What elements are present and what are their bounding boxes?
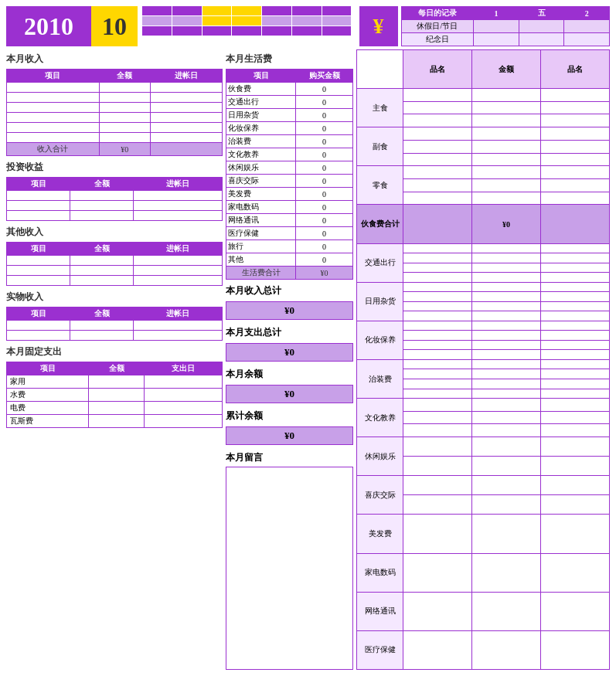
investment-table: 项目 全额 进帐日: [6, 177, 223, 221]
hg-17: [202, 26, 232, 36]
category-culture: 文化教养: [357, 399, 403, 437]
income-total-label: 收入合计: [7, 143, 100, 156]
hg-19: [262, 26, 291, 36]
category-medical: 医疗保健: [357, 630, 403, 669]
monthly-expense-total-label: 本月支出总计: [226, 326, 353, 339]
fix-row-3: 电费: [7, 402, 89, 415]
real-col-item: 项目: [7, 307, 70, 321]
monthly-balance-value: ¥0: [226, 385, 353, 403]
day1-header: 1: [474, 7, 519, 20]
hg-10: [202, 16, 232, 25]
day2-header: 五: [519, 7, 564, 20]
category-daily-goods: 日用杂货: [357, 282, 403, 321]
category-leisure: 休闲娱乐: [357, 437, 403, 476]
hg-7: [322, 6, 352, 15]
cumulative-balance-label: 累计余额: [226, 409, 353, 423]
page: 2010 10 ¥: [0, 0, 616, 676]
income-col-amount: 全额: [99, 70, 150, 83]
fix-col-item: 项目: [7, 362, 89, 375]
liv-col-item: 项目: [226, 70, 296, 83]
income-col-item: 项目: [7, 70, 100, 83]
holiday-d2: [519, 20, 564, 33]
income-table: 项目 全额 进帐日 收入合计 ¥0: [6, 69, 223, 156]
category-electronics: 家电数码: [357, 553, 403, 592]
yen-icon: ¥: [359, 6, 398, 46]
hg-21: [322, 26, 352, 36]
cumulative-balance-value: ¥0: [226, 426, 353, 445]
other-income-table: 项目 全额 进帐日: [6, 242, 223, 286]
hg-16: [172, 26, 202, 36]
monthly-note-area[interactable]: [226, 467, 353, 670]
hg-12: [262, 16, 291, 25]
daily-detail-table: 品名 金额 品名 主食 副食 零食 伙食费合计: [356, 49, 610, 670]
investment-title: 投资收益: [6, 161, 223, 174]
liv-col-amount: 购买金额: [296, 70, 353, 83]
holiday-label: 休假日/节日: [401, 20, 474, 33]
anniversary-d1: [474, 33, 519, 46]
hg-6: [292, 6, 322, 15]
category-internet: 网络通讯: [357, 592, 403, 630]
fix-row-2: 水费: [7, 389, 89, 402]
monthly-income-total-value: ¥0: [226, 301, 353, 320]
fix-col-date: 支出日: [145, 362, 223, 375]
other-income-title: 其他收入: [6, 226, 223, 239]
holiday-d3: [564, 20, 610, 33]
oth-col-amount: 全额: [70, 243, 134, 256]
category-haircut: 美发费: [357, 515, 403, 553]
inv-col-amount: 全额: [70, 178, 134, 191]
holiday-d1: [474, 20, 519, 33]
hg-13: [292, 16, 322, 25]
inv-col-date: 进帐日: [134, 178, 223, 191]
hg-11: [232, 16, 261, 25]
category-transport: 交通出行: [357, 243, 403, 282]
living-expense-title: 本月生活费: [226, 53, 353, 66]
daily-records-label: 每日的记录: [401, 7, 474, 20]
day3-header: 2: [564, 7, 610, 20]
hg-18: [232, 26, 261, 36]
anniversary-label: 纪念日: [401, 33, 474, 46]
income-total-value: ¥0: [99, 143, 150, 156]
hg-14: [322, 16, 352, 25]
inv-col-item: 项目: [7, 178, 70, 191]
hg-20: [292, 26, 322, 36]
daily-col-name: 品名: [403, 50, 472, 89]
oth-col-date: 进帐日: [134, 243, 223, 256]
hg-5: [262, 6, 291, 15]
real-col-amount: 全额: [70, 307, 134, 321]
category-celebration: 喜庆交际: [357, 476, 403, 515]
fixed-expense-title: 本月固定支出: [6, 345, 223, 358]
food-total-value: ¥0: [472, 205, 541, 243]
real-col-date: 进帐日: [134, 307, 223, 321]
hg-4: [232, 6, 261, 15]
anniversary-d2: [519, 33, 564, 46]
monthly-income-total-label: 本月收入总计: [226, 284, 353, 297]
monthly-note-label: 本月留言: [226, 451, 353, 464]
category-main-food: 主食: [357, 89, 403, 127]
monthly-expense-total-value: ¥0: [226, 343, 353, 362]
category-snack: 零食: [357, 166, 403, 205]
living-total-label: 生活费合计: [226, 267, 296, 280]
fix-col-amount: 全额: [89, 362, 145, 375]
category-cosmetics: 化妆保养: [357, 321, 403, 359]
month-display: 10: [91, 6, 138, 46]
living-expense-table: 项目 购买金额 伙食费0 交通出行0 日用杂货0 化妆保养0 治装费0 文化教养…: [226, 69, 353, 280]
oth-col-item: 项目: [7, 243, 70, 256]
food-total-label: 伙食费合计: [357, 205, 403, 243]
real-income-title: 实物收入: [6, 290, 223, 304]
income-title: 本月收入: [6, 53, 223, 66]
income-col-date: 进帐日: [150, 70, 222, 83]
category-side-food: 副食: [357, 127, 403, 166]
fixed-expense-table: 项目 全额 支出日 家用 水费 电费 瓦斯费: [6, 362, 223, 428]
year-display: 2010: [6, 6, 91, 46]
anniversary-d3: [564, 33, 610, 46]
living-total-value: ¥0: [296, 267, 353, 280]
hg-1: [142, 6, 172, 15]
hg-2: [172, 6, 202, 15]
hg-3: [202, 6, 232, 15]
hg-15: [142, 26, 172, 36]
hg-8: [142, 16, 172, 25]
fix-row-1: 家用: [7, 375, 89, 389]
monthly-balance-label: 本月余额: [226, 368, 353, 381]
hg-9: [172, 16, 202, 25]
daily-col-name2: 品名: [541, 50, 610, 89]
